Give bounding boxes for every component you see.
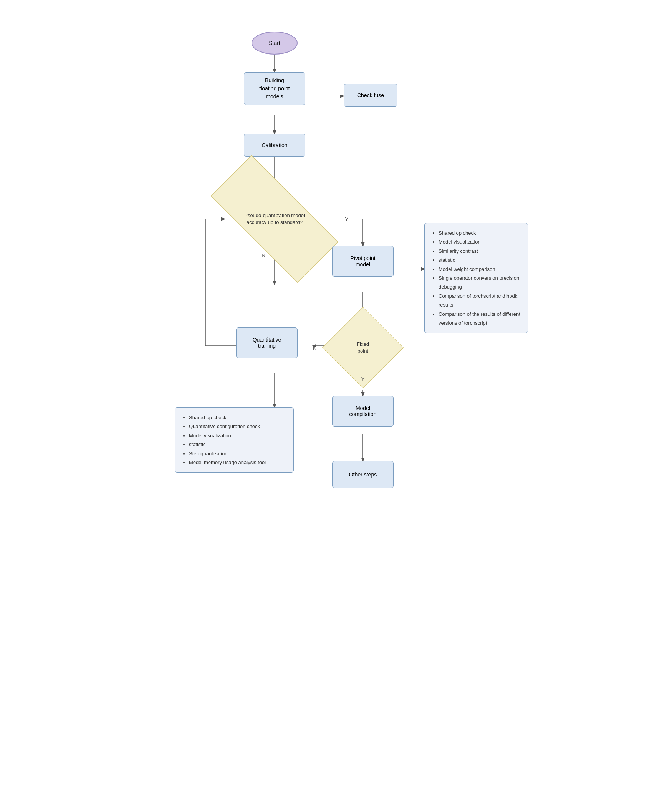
flowchart: Start Building floating point models Che…: [144, 15, 528, 784]
start-node: Start: [252, 32, 298, 55]
other-steps-node: Other steps: [332, 461, 394, 488]
bottom-list-box: Shared op check Quantitative configurati…: [175, 407, 294, 473]
bottom-list: Shared op check Quantitative configurati…: [182, 413, 286, 467]
n-label-pseudo: N: [262, 252, 265, 258]
quant-train-node: Quantitative training: [236, 327, 298, 358]
calibration-node: Calibration: [244, 134, 305, 157]
fixed-point-diamond: Fixed point N Y: [305, 319, 420, 377]
check-fuse-node: Check fuse: [344, 84, 397, 107]
pseudo-quant-diamond: Pseudo-quantization model accuracy up to…: [182, 184, 367, 254]
right-list-box: Shared op check Model visualization Simi…: [424, 223, 528, 333]
y-label-fixed: Y: [361, 376, 365, 382]
model-compile-node: Model compilation: [332, 396, 394, 427]
n-label-fixed: N: [313, 345, 316, 351]
y-label-pseudo: Y: [345, 216, 348, 222]
build-float-node: Building floating point models: [244, 72, 305, 105]
pivot-model-node: Pivot point model: [332, 246, 394, 277]
right-list: Shared op check Model visualization Simi…: [432, 229, 521, 327]
